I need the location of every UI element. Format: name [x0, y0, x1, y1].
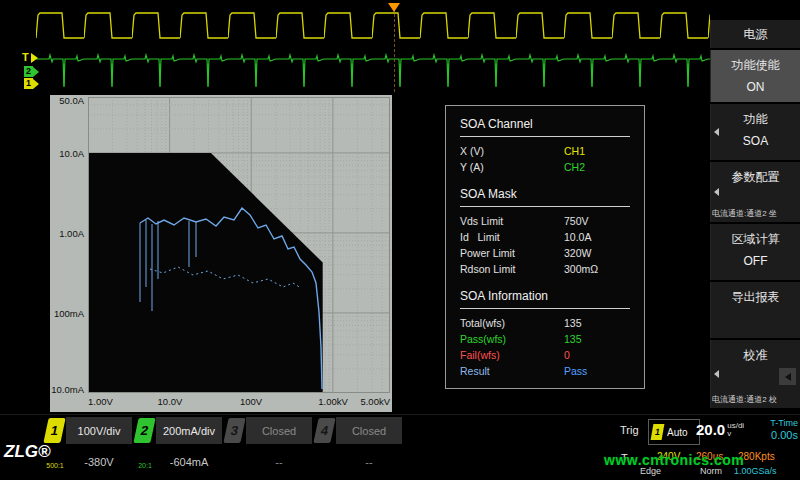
soa-info-panel: SOA Channel X (V) CH1 Y (A) CH2 SOA Mask… [445, 105, 645, 389]
t-time-label: T-Time [744, 418, 798, 428]
x-axis-tick: 100V [240, 396, 262, 407]
sidebar-item-function-enable[interactable]: 功能使能 ON [710, 50, 800, 102]
soa-row: Y (A) CH2 [460, 159, 630, 175]
soa-row: X (V) CH1 [460, 143, 630, 159]
trigger-position-marker-icon[interactable] [388, 3, 400, 12]
chevron-left-icon [785, 373, 791, 381]
timebase-control[interactable]: 20.0 us/div [696, 421, 744, 438]
trigger-mode: Auto [667, 427, 688, 438]
menu-detail: 电流通道:通道2 坐 [712, 208, 799, 219]
row-value: CH1 [564, 145, 630, 157]
soa-plot-panel: 50.0A 10.0A 1.00A 100mA 10.0mA 1.00V 10.… [50, 95, 392, 412]
row-value: CH2 [564, 161, 630, 173]
ch1-marker-label: 1 [24, 78, 33, 89]
arrow-right-icon [33, 67, 39, 77]
menu-detail: 电流通道:通道2 校 [712, 394, 799, 405]
y-axis-tick: 10.0mA [50, 384, 84, 395]
ch1-position-marker[interactable]: 1 [24, 78, 39, 89]
menu-label: 导出报表 [711, 289, 800, 306]
submenu-arrow-icon [714, 128, 719, 136]
row-label: Vds Limit [460, 215, 564, 227]
soa-row: Vds Limit 750V [460, 213, 630, 229]
soa-information-section: SOA Information Total(wfs) 135 Pass(wfs)… [460, 289, 630, 379]
channel1-block[interactable]: 1 100V/div 500:1 -380V [44, 416, 134, 480]
ch2-waveform [36, 2, 710, 94]
trigger-marker-label: T [20, 52, 31, 63]
row-label: Rdson Limit [460, 263, 564, 275]
menu-value: ON [711, 80, 800, 94]
row-label: Total(wfs) [460, 317, 564, 329]
menu-collapse-button[interactable] [779, 368, 796, 385]
channel2-offset: -604mA [156, 456, 222, 468]
channel4-offset: -- [336, 456, 402, 468]
row-value: 135 [564, 333, 630, 345]
row-value: 0 [564, 349, 630, 361]
x-axis-tick: 1.00V [88, 396, 113, 407]
ch2-position-marker[interactable]: 2 [24, 66, 39, 77]
row-value: 300mΩ [564, 263, 630, 275]
y-axis-tick: 10.0A [50, 148, 84, 159]
timebase-unit: us/div [727, 422, 744, 438]
arrow-right-icon [31, 53, 38, 63]
channel4-block[interactable]: 4 Closed -- [314, 416, 404, 480]
row-value: 135 [564, 317, 630, 329]
trigger-time-readout: T-Time 0.00s [744, 418, 798, 441]
row-label: X (V) [460, 145, 564, 157]
channel2-scale: 200mA/div [156, 417, 222, 444]
sidebar-item-parameter-config[interactable]: 参数配置 电流通道:通道2 坐 [710, 162, 800, 222]
soa-plot [88, 97, 390, 393]
t-time-value: 0.00s [744, 429, 798, 441]
menu-label: 功能使能 [711, 57, 800, 74]
soa-row: Id Limit 10.0A [460, 229, 630, 245]
section-title: SOA Information [460, 289, 630, 309]
trigger-level-marker[interactable]: T [20, 52, 38, 63]
channel4-scale: Closed [336, 417, 402, 444]
row-label: Pass(wfs) [460, 333, 564, 345]
menu-label: 功能 [711, 111, 800, 128]
channel1-offset: -380V [66, 456, 132, 468]
sidebar-item-function[interactable]: 功能 SOA [710, 104, 800, 160]
row-label: Power Limit [460, 247, 564, 259]
row-label: Id Limit [460, 231, 564, 243]
channel2-badge[interactable]: 2 [133, 418, 155, 443]
channel1-badge[interactable]: 1 [43, 418, 65, 443]
channel3-badge[interactable]: 3 [223, 418, 245, 443]
x-axis-tick: 1.00kV [318, 396, 348, 407]
soa-channel-section: SOA Channel X (V) CH1 Y (A) CH2 [460, 117, 630, 175]
menu-label: 区域计算 [711, 231, 800, 248]
channel4-badge[interactable]: 4 [313, 418, 335, 443]
row-value: Pass [564, 365, 630, 377]
x-axis-tick: 5.00kV [360, 396, 390, 407]
channel3-block[interactable]: 3 Closed -- [224, 416, 314, 480]
soa-mask-region [88, 153, 323, 393]
soa-row: Result Pass [460, 363, 630, 379]
sidebar-item-export-report[interactable]: 导出报表 [710, 282, 800, 338]
row-value: 320W [564, 247, 630, 259]
submenu-arrow-icon [714, 188, 719, 196]
row-value: 10.0A [564, 231, 630, 243]
row-label: Result [460, 365, 564, 377]
channel3-offset: -- [246, 456, 312, 468]
section-title: SOA Channel [460, 117, 630, 137]
sidebar-item-power[interactable]: 电源 [710, 20, 800, 48]
soa-row: Fail(wfs) 0 [460, 347, 630, 363]
row-label: Y (A) [460, 161, 564, 173]
waveform-display [36, 2, 710, 94]
trigger-position-line [394, 4, 395, 92]
arrow-right-icon [33, 79, 39, 89]
ch2-marker-label: 2 [24, 66, 33, 77]
y-axis-tick: 50.0A [50, 95, 84, 106]
trigger-status-box[interactable]: 1 Auto [648, 419, 700, 445]
soa-row: Power Limit 320W [460, 245, 630, 261]
channel2-probe-ratio: 20:1 [135, 462, 155, 469]
trigger-source-badge: 1 [651, 424, 665, 440]
sidebar-item-area-calc[interactable]: 区域计算 OFF [710, 224, 800, 280]
timebase-value: 20.0 [696, 421, 725, 438]
section-title: SOA Mask [460, 187, 630, 207]
channel2-block[interactable]: 2 200mA/div 20:1 -604mA [134, 416, 224, 480]
channel1-probe-ratio: 500:1 [45, 462, 65, 469]
channel1-scale: 100V/div [66, 417, 132, 444]
row-label: Fail(wfs) [460, 349, 564, 361]
menu-label: 电源 [711, 26, 800, 43]
submenu-arrow-icon [714, 370, 719, 378]
